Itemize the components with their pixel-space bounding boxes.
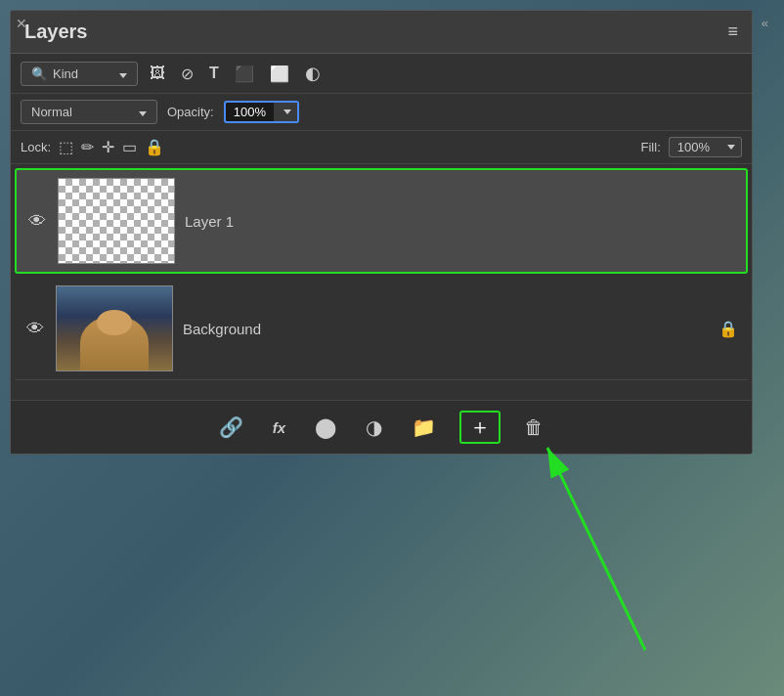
layer-lock-icon: 🔒	[719, 320, 738, 338]
half-circle-icon[interactable]: ◐	[301, 61, 325, 86]
fill-layer-button[interactable]: ◑	[360, 412, 388, 443]
image-icon[interactable]: 🖼	[146, 63, 169, 84]
link-button[interactable]: 🔗	[213, 412, 249, 443]
layer-row-1[interactable]: 👁 Layer 1	[15, 168, 748, 274]
layer-row-background[interactable]: 👁 Background 🔒	[15, 278, 748, 380]
kind-chevron	[115, 66, 127, 81]
kind-label: Kind	[53, 66, 78, 81]
layer-name-1: Layer 1	[185, 213, 736, 230]
text-tool-icon[interactable]: T	[205, 63, 223, 84]
blend-chevron	[135, 105, 147, 119]
checkerboard-lock-icon[interactable]: ⬚	[59, 138, 73, 156]
panel-menu-icon[interactable]: ≡	[727, 22, 738, 42]
blend-row: Normal Opacity: 100%	[11, 94, 752, 131]
adjustment-tool-icon[interactable]: ⬜	[266, 63, 293, 85]
eye-visibility-icon-bg[interactable]: 👁	[24, 319, 46, 339]
opacity-input-group: 100%	[224, 101, 299, 123]
kind-dropdown[interactable]: 🔍 Kind	[21, 62, 138, 86]
layer-name-background: Background	[183, 321, 709, 337]
circle-slash-icon[interactable]: ⊘	[177, 63, 197, 85]
close-icon[interactable]: ✕	[16, 16, 27, 31]
fx-button[interactable]: fx	[267, 415, 291, 440]
fill-label: Fill:	[641, 140, 661, 154]
eye-visibility-icon-1[interactable]: 👁	[26, 211, 48, 232]
new-layer-button[interactable]: ＋	[459, 411, 501, 444]
fill-input-group: 100%	[669, 137, 742, 157]
panel-footer: 🔗 fx ⬤ ◑ 📁 ＋ 🗑	[11, 400, 752, 454]
panel-header: Layers ≡	[11, 11, 752, 54]
artboard-lock-icon[interactable]: ▭	[122, 138, 137, 156]
delete-button[interactable]: 🗑	[518, 413, 549, 443]
transform-tool-icon[interactable]: ⬛	[231, 63, 258, 85]
layers-panel: Layers ≡ 🔍 Kind 🖼 ⊘ T ⬛ ⬜ ◐ Normal Opaci…	[10, 10, 753, 455]
layer-thumb-transparent	[58, 178, 175, 264]
fill-dropdown-btn[interactable]	[718, 137, 742, 157]
panel-title: Layers	[24, 21, 88, 43]
collapse-icon[interactable]: «	[762, 16, 768, 30]
opacity-value[interactable]: 100%	[224, 101, 274, 123]
layer-thumb-photo	[56, 285, 173, 371]
adjustment-layer-button[interactable]: ⬤	[309, 412, 342, 443]
lock-label: Lock:	[21, 140, 51, 154]
blend-mode-dropdown[interactable]: Normal	[21, 100, 157, 124]
all-lock-icon[interactable]: 🔒	[145, 138, 164, 156]
blend-mode-label: Normal	[31, 105, 72, 119]
move-lock-icon[interactable]: ✛	[102, 138, 114, 156]
opacity-label: Opacity:	[167, 105, 214, 119]
lock-row: Lock: ⬚ ✏ ✛ ▭ 🔒 Fill: 100%	[11, 131, 752, 164]
folder-button[interactable]: 📁	[406, 412, 442, 443]
toolbar-row: 🔍 Kind 🖼 ⊘ T ⬛ ⬜ ◐	[11, 54, 752, 94]
opacity-dropdown-btn[interactable]	[274, 101, 299, 123]
fill-value[interactable]: 100%	[669, 137, 718, 157]
brush-lock-icon[interactable]: ✏	[81, 138, 94, 156]
search-icon: 🔍	[31, 66, 47, 81]
